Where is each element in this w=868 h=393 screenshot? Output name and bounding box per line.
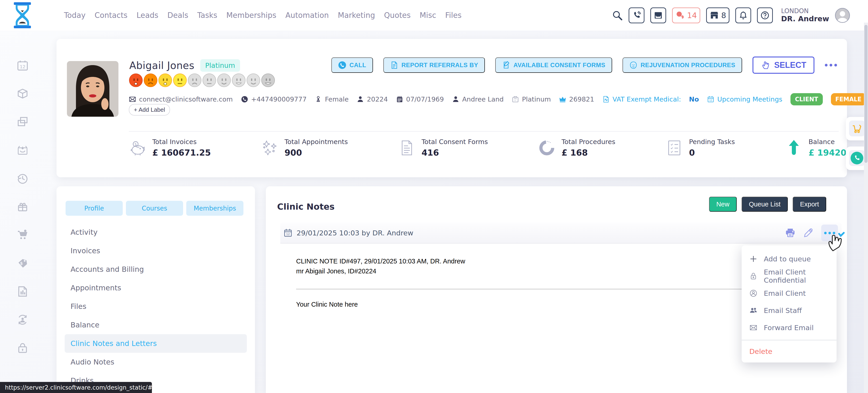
- patient-name-row: Abigail Jones Platinum: [129, 59, 240, 72]
- help-button[interactable]: [757, 7, 773, 23]
- new-note-button[interactable]: New: [709, 197, 737, 212]
- clinicsoftware-logo-icon[interactable]: [13, 2, 32, 28]
- call-button[interactable]: CALL: [331, 57, 373, 73]
- tab-courses[interactable]: Courses: [126, 201, 183, 216]
- nav-item-quotes[interactable]: Quotes: [384, 11, 411, 20]
- export-button[interactable]: Export: [793, 197, 826, 212]
- messages-button[interactable]: 14: [672, 7, 700, 23]
- package-icon[interactable]: [17, 88, 29, 99]
- nav-item-deals[interactable]: Deals: [167, 11, 188, 20]
- phone-shortcut-button[interactable]: [849, 150, 865, 166]
- lock-icon[interactable]: [17, 342, 29, 354]
- patient-photo[interactable]: [67, 61, 119, 117]
- list-item-invoices[interactable]: Invoices: [65, 242, 247, 260]
- user-info[interactable]: LONDON DR. Andrew: [781, 7, 829, 23]
- list-item-accounts-billing[interactable]: Accounts and Billing: [65, 260, 247, 279]
- history-icon[interactable]: [17, 173, 29, 184]
- nav-item-marketing[interactable]: Marketing: [338, 11, 375, 20]
- mood-7-icon[interactable]: [217, 73, 231, 87]
- nav-item-leads[interactable]: Leads: [136, 11, 158, 20]
- dob-item: 07/07/1969: [396, 95, 444, 103]
- patient-card-divider: [129, 131, 839, 131]
- print-icon[interactable]: [785, 228, 796, 238]
- edit-icon[interactable]: [803, 228, 813, 238]
- email-item: connect@clinicsoftware.com: [129, 95, 233, 103]
- drawer-icon: [512, 96, 519, 103]
- scrollbar-thumb[interactable]: [864, 25, 868, 163]
- mood-6-icon[interactable]: [202, 73, 216, 87]
- menu-item-delete[interactable]: Delete: [742, 340, 837, 362]
- nav-item-contacts[interactable]: Contacts: [94, 11, 127, 20]
- female-badge: FEMALE: [831, 93, 866, 105]
- cart-shortcut-button[interactable]: [849, 121, 865, 137]
- list-item-appointments[interactable]: Appointments: [65, 279, 247, 297]
- mood-10-icon[interactable]: [261, 73, 275, 87]
- mood-rating-row: [129, 73, 275, 87]
- store-button[interactable]: 8: [706, 7, 730, 23]
- svg-text:12: 12: [709, 99, 712, 101]
- mood-5-icon[interactable]: [188, 73, 202, 87]
- nav-item-today[interactable]: Today: [64, 11, 86, 20]
- profile-side-panel: Profile Courses Memberships Activity Inv…: [57, 186, 255, 393]
- svg-text:12: 12: [20, 64, 26, 69]
- user-avatar[interactable]: [835, 8, 850, 23]
- tab-memberships[interactable]: Memberships: [186, 201, 243, 216]
- bell-icon: [739, 11, 748, 20]
- note-more-button[interactable]: [821, 224, 838, 241]
- topbar-actions: 14 8 LONDON DR. Andrew: [612, 0, 850, 31]
- search-icon[interactable]: [612, 10, 623, 21]
- menu-item-email-client-confidential[interactable]: Email Client Confidential: [742, 268, 837, 285]
- phone-button[interactable]: [629, 7, 645, 23]
- copy-pages-icon[interactable]: [17, 116, 29, 128]
- call-icon: [338, 61, 346, 69]
- menu-item-add-to-queue[interactable]: Add to queue: [742, 250, 837, 268]
- svg-text:12: 12: [286, 233, 290, 236]
- patient-stats-row: $ Total Invoices£ 160671.25 Total Appoin…: [129, 138, 861, 158]
- mood-1-icon[interactable]: [129, 73, 143, 87]
- list-item-balance[interactable]: Balance: [65, 316, 247, 334]
- menu-item-email-staff[interactable]: Email Staff: [742, 302, 837, 319]
- mood-9-icon[interactable]: [246, 73, 260, 87]
- mood-2-icon[interactable]: [144, 73, 158, 87]
- select-button[interactable]: SELECT: [752, 57, 814, 74]
- archive-in-icon[interactable]: [17, 144, 29, 156]
- gift-icon[interactable]: [17, 201, 29, 213]
- nav-item-misc[interactable]: Misc: [420, 11, 436, 20]
- price-tag-icon[interactable]: $: [17, 257, 29, 269]
- people-icon: [749, 306, 757, 314]
- available-consent-forms-button[interactable]: AVAILABLE CONSENT FORMS: [495, 57, 612, 73]
- cart-icon[interactable]: [17, 229, 29, 241]
- mood-3-icon[interactable]: [158, 73, 172, 87]
- rejuvenation-procedures-button[interactable]: REJUVENATION PROCEDURES: [622, 57, 742, 73]
- mood-8-icon[interactable]: [232, 73, 246, 87]
- list-item-clinic-notes[interactable]: Clinic Notes and Letters: [65, 334, 247, 353]
- customer-sync-icon[interactable]: [17, 314, 29, 326]
- vat-exempt-link[interactable]: VAT Exempt Medical: No: [602, 95, 699, 103]
- menu-item-forward-email[interactable]: Forward Email: [742, 319, 837, 336]
- upcoming-meetings-link[interactable]: 12 Upcoming Meetings: [707, 95, 782, 103]
- patient-more-button[interactable]: [825, 64, 837, 66]
- menu-item-email-client[interactable]: Email Client: [742, 285, 837, 302]
- queue-list-button[interactable]: Queue List: [742, 197, 788, 212]
- nav-item-tasks[interactable]: Tasks: [197, 11, 217, 20]
- list-item-files[interactable]: Files: [65, 297, 247, 316]
- nav-item-automation[interactable]: Automation: [285, 11, 329, 20]
- stat-total-consent-forms: Total Consent Forms416: [398, 138, 488, 158]
- tab-profile[interactable]: Profile: [66, 201, 123, 216]
- mood-4-icon[interactable]: [173, 73, 187, 87]
- calendar-icon[interactable]: 12: [17, 59, 29, 71]
- status-bar-link-preview: https://server2.clinicsoftware.com/desig…: [0, 382, 152, 393]
- list-item-activity[interactable]: Activity: [65, 223, 247, 242]
- notifications-button[interactable]: [735, 7, 751, 23]
- report-doc-icon: [390, 61, 398, 69]
- piggy-bank-icon: $: [129, 139, 147, 157]
- nav-item-files[interactable]: Files: [445, 11, 462, 20]
- report-icon[interactable]: [17, 285, 29, 297]
- add-label-button[interactable]: + Add Label: [129, 104, 170, 116]
- report-referrals-button[interactable]: REPORT REFERRALS BY: [383, 57, 485, 73]
- list-item-audio-notes[interactable]: Audio Notes: [65, 353, 247, 371]
- nav-item-memberships[interactable]: Memberships: [226, 11, 276, 20]
- page-scrollbar[interactable]: [864, 23, 868, 393]
- inbox-icon: [654, 11, 663, 20]
- inbox-button[interactable]: [650, 7, 666, 23]
